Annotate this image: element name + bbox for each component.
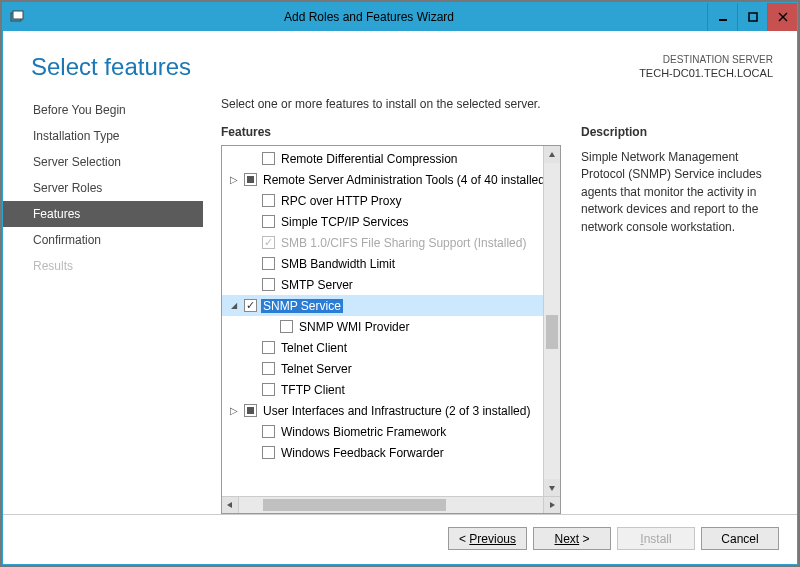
destination-server-name: TECH-DC01.TECH.LOCAL xyxy=(639,66,773,80)
feature-label: Telnet Server xyxy=(279,362,352,376)
step-results: Results xyxy=(3,253,203,279)
destination-label: DESTINATION SERVER xyxy=(639,53,773,66)
cancel-button[interactable]: Cancel xyxy=(701,527,779,550)
feature-row[interactable]: Windows Biometric Framework xyxy=(222,421,560,442)
step-server-selection[interactable]: Server Selection xyxy=(3,149,203,175)
feature-label: TFTP Client xyxy=(279,383,345,397)
feature-checkbox[interactable] xyxy=(262,341,275,354)
feature-row[interactable]: Remote Server Administration Tools (4 of… xyxy=(222,169,560,190)
window-title: Add Roles and Features Wizard xyxy=(31,10,707,24)
description-column: Description Simple Network Management Pr… xyxy=(581,125,795,514)
feature-checkbox xyxy=(262,236,275,249)
steps-sidebar: Before You BeginInstallation TypeServer … xyxy=(3,93,203,514)
destination-server: DESTINATION SERVER TECH-DC01.TECH.LOCAL xyxy=(639,53,773,81)
description-text: Simple Network Management Protocol (SNMP… xyxy=(581,145,773,236)
feature-label: SNMP Service xyxy=(261,299,343,313)
expand-icon[interactable] xyxy=(228,405,240,416)
feature-label: Remote Server Administration Tools (4 of… xyxy=(261,173,549,187)
description-heading: Description xyxy=(581,125,773,145)
close-button[interactable] xyxy=(767,3,797,31)
feature-label: Windows Biometric Framework xyxy=(279,425,446,439)
svg-marker-6 xyxy=(549,152,555,157)
scroll-right-icon[interactable] xyxy=(543,497,560,513)
step-server-roles[interactable]: Server Roles xyxy=(3,175,203,201)
svg-rect-1 xyxy=(13,11,23,19)
maximize-button[interactable] xyxy=(737,3,767,31)
app-icon xyxy=(3,10,31,24)
scroll-left-icon[interactable] xyxy=(222,497,239,513)
feature-row[interactable]: User Interfaces and Infrastructure (2 of… xyxy=(222,400,560,421)
svg-rect-3 xyxy=(749,13,757,21)
feature-row[interactable]: SNMP Service xyxy=(222,295,560,316)
feature-checkbox[interactable] xyxy=(262,152,275,165)
install-button[interactable]: Install xyxy=(617,527,695,550)
feature-checkbox[interactable] xyxy=(262,362,275,375)
previous-button[interactable]: < Previous xyxy=(448,527,527,550)
feature-label: Telnet Client xyxy=(279,341,347,355)
wizard-header: Select features DESTINATION SERVER TECH-… xyxy=(3,31,797,93)
feature-row[interactable]: TFTP Client xyxy=(222,379,560,400)
feature-checkbox[interactable] xyxy=(262,194,275,207)
wizard-window: Add Roles and Features Wizard Select fea… xyxy=(2,2,798,565)
features-list[interactable]: Remote Differential CompressionRemote Se… xyxy=(222,146,560,496)
step-before-you-begin[interactable]: Before You Begin xyxy=(3,97,203,123)
step-installation-type[interactable]: Installation Type xyxy=(3,123,203,149)
feature-checkbox[interactable] xyxy=(262,215,275,228)
feature-label: RPC over HTTP Proxy xyxy=(279,194,401,208)
vertical-scrollbar[interactable] xyxy=(543,146,560,496)
feature-label: User Interfaces and Infrastructure (2 of… xyxy=(261,404,530,418)
feature-checkbox[interactable] xyxy=(262,383,275,396)
feature-row[interactable]: SNMP WMI Provider xyxy=(222,316,560,337)
scroll-thumb[interactable] xyxy=(546,315,558,349)
feature-row[interactable]: SMTP Server xyxy=(222,274,560,295)
wizard-footer: < Previous Next > Install Cancel xyxy=(3,514,797,564)
h-scroll-thumb[interactable] xyxy=(263,499,445,511)
window-buttons xyxy=(707,3,797,31)
collapse-icon[interactable] xyxy=(228,301,240,310)
feature-row[interactable]: Telnet Server xyxy=(222,358,560,379)
scroll-track[interactable] xyxy=(544,163,560,479)
feature-checkbox[interactable] xyxy=(262,446,275,459)
feature-label: SMTP Server xyxy=(279,278,353,292)
expand-icon[interactable] xyxy=(228,174,240,185)
features-heading: Features xyxy=(221,125,561,145)
svg-marker-9 xyxy=(550,502,555,508)
feature-row[interactable]: RPC over HTTP Proxy xyxy=(222,190,560,211)
feature-checkbox[interactable] xyxy=(244,299,257,312)
feature-row[interactable]: Simple TCP/IP Services xyxy=(222,211,560,232)
horizontal-scrollbar[interactable] xyxy=(222,496,560,513)
feature-row[interactable]: SMB Bandwidth Limit xyxy=(222,253,560,274)
feature-label: SMB Bandwidth Limit xyxy=(279,257,395,271)
minimize-button[interactable] xyxy=(707,3,737,31)
step-features[interactable]: Features xyxy=(3,201,203,227)
scroll-down-icon[interactable] xyxy=(544,479,560,496)
feature-checkbox[interactable] xyxy=(244,173,257,186)
svg-marker-8 xyxy=(227,502,232,508)
feature-checkbox[interactable] xyxy=(244,404,257,417)
next-button[interactable]: Next > xyxy=(533,527,611,550)
feature-row[interactable]: SMB 1.0/CIFS File Sharing Support (Insta… xyxy=(222,232,560,253)
h-scroll-track[interactable] xyxy=(239,497,543,513)
page-title: Select features xyxy=(31,53,191,81)
feature-label: Windows Feedback Forwarder xyxy=(279,446,444,460)
wizard-content: Before You BeginInstallation TypeServer … xyxy=(3,93,797,514)
feature-checkbox[interactable] xyxy=(262,278,275,291)
wizard-body: Select features DESTINATION SERVER TECH-… xyxy=(3,31,797,564)
title-bar[interactable]: Add Roles and Features Wizard xyxy=(3,3,797,31)
features-column: Features Remote Differential Compression… xyxy=(221,125,561,514)
feature-checkbox[interactable] xyxy=(262,425,275,438)
features-listbox: Remote Differential CompressionRemote Se… xyxy=(221,145,561,514)
main-panel: Select one or more features to install o… xyxy=(203,93,797,514)
instruction-text: Select one or more features to install o… xyxy=(221,97,795,125)
svg-marker-7 xyxy=(549,486,555,491)
scroll-up-icon[interactable] xyxy=(544,146,560,163)
feature-row[interactable]: Telnet Client xyxy=(222,337,560,358)
feature-row[interactable]: Windows Feedback Forwarder xyxy=(222,442,560,463)
step-confirmation[interactable]: Confirmation xyxy=(3,227,203,253)
feature-label: SMB 1.0/CIFS File Sharing Support (Insta… xyxy=(279,236,526,250)
feature-checkbox[interactable] xyxy=(262,257,275,270)
columns: Features Remote Differential Compression… xyxy=(221,125,795,514)
feature-row[interactable]: Remote Differential Compression xyxy=(222,148,560,169)
feature-label: Simple TCP/IP Services xyxy=(279,215,409,229)
feature-checkbox[interactable] xyxy=(280,320,293,333)
